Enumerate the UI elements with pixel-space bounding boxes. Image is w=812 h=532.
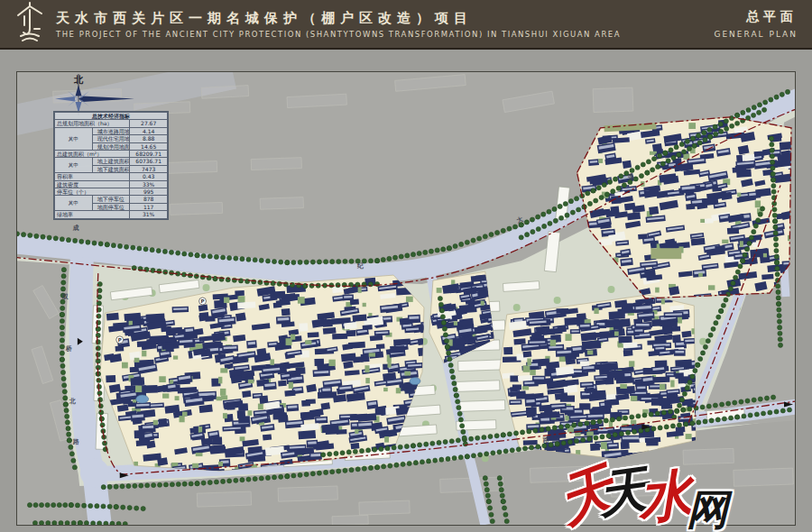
indicator-table: 总技术经济指标 总规划用地面积（ha）27.67其中城市道路用地面积4.14现代…: [53, 111, 169, 220]
project-title-cn: 天水市西关片区一期名城保护（棚户区改造）项目: [56, 10, 714, 27]
indicator-value: 68209.71: [130, 151, 168, 158]
compass-star-icon: [55, 85, 134, 113]
indicator-value: 31%: [130, 211, 168, 218]
indicator-group-cell: 其中: [55, 127, 93, 150]
title-bar: 天水市西关片区一期名城保护（棚户区改造）项目 THE PROJECT OF TH…: [0, 0, 812, 50]
indicator-label: 地上建筑面积: [92, 158, 130, 165]
pond: [410, 378, 420, 385]
road-name-char: 路: [72, 438, 79, 445]
indicator-value: 117: [130, 203, 168, 210]
indicator-value: 4.14: [130, 127, 168, 134]
road-junction: [80, 458, 109, 487]
indicator-label: 总建筑面积（m²）: [55, 151, 130, 158]
project-title-en: THE PROJECT OF THE ANCIENT CITY PROTECTI…: [56, 30, 714, 39]
indicator-label: 地面停车位: [92, 203, 130, 210]
indicator-row: 总建筑面积（m²）68209.71: [55, 151, 168, 158]
road-name-char: 成: [72, 225, 79, 232]
indicator-label: 地下建筑面积: [92, 165, 130, 172]
indicator-row: 建筑密度33%: [55, 180, 168, 188]
indicator-label: 容积率: [55, 173, 130, 180]
parking-symbol: P: [118, 337, 122, 343]
pond: [136, 395, 149, 403]
indicator-value: 878: [130, 196, 168, 203]
indicator-value: 995: [130, 188, 168, 196]
sheet-name-cn: 总平面: [714, 9, 798, 25]
indicator-value: 0.43: [130, 173, 168, 180]
indicator-label: 现代住宅用地面积: [92, 135, 130, 142]
indicator-row: 其中地下停车位878: [55, 196, 168, 203]
indicator-row: 其中地上建筑面积60736.71: [55, 158, 168, 165]
project-logo-icon: [14, 2, 45, 47]
road-name-char: 北: [69, 398, 77, 405]
indicator-value: 60736.71: [130, 158, 168, 165]
indicator-label: 建筑密度: [55, 180, 130, 188]
indicator-row: 总规划用地面积（ha）27.67: [55, 120, 168, 127]
project-titles: 天水市西关片区一期名城保护（棚户区改造）项目 THE PROJECT OF TH…: [56, 10, 714, 39]
indicator-label: 城市道路用地面积: [92, 127, 130, 134]
indicator-row: 容积率0.43: [55, 173, 168, 180]
indicator-label: 停车位（个）: [55, 188, 130, 196]
sheet-name: 总平面 GENERAL PLAN: [714, 9, 798, 39]
sheet-name-en: GENERAL PLAN: [714, 30, 798, 39]
indicator-row: 其中城市道路用地面积4.14: [55, 127, 168, 134]
indicator-group-cell: 其中: [55, 196, 93, 211]
road-name-char: 路: [541, 436, 549, 445]
indicator-table-title: 总技术经济指标: [55, 113, 168, 120]
indicator-row: 绿地率31%: [55, 211, 168, 218]
indicator-label: 地下停车位: [92, 196, 130, 203]
indicator-value: 8.88: [130, 135, 168, 142]
indicator-value: 33%: [130, 180, 168, 188]
road-name-char: 双: [61, 293, 69, 300]
road-name-char: 桥: [65, 345, 73, 353]
indicator-label: 绿地率: [55, 211, 130, 218]
indicator-group-cell: 其中: [55, 158, 93, 173]
green-strip: [651, 248, 681, 259]
indicator-value: 27.67: [130, 120, 168, 127]
road-name-char: 纪: [356, 262, 364, 270]
parking-symbol: P: [201, 298, 205, 304]
plan-sheet: PP成纪大道双桥北路路 北 总技术经济指标 总规划用地面积（ha）27.67其中…: [16, 71, 796, 526]
indicator-label: 总规划用地面积（ha）: [55, 120, 130, 127]
indicator-value: 14.65: [130, 142, 168, 150]
indicator-value: 7473: [130, 165, 168, 172]
indicator-label: 规划净用地面积: [92, 142, 130, 150]
indicator-row: 停车位（个）995: [55, 188, 168, 196]
